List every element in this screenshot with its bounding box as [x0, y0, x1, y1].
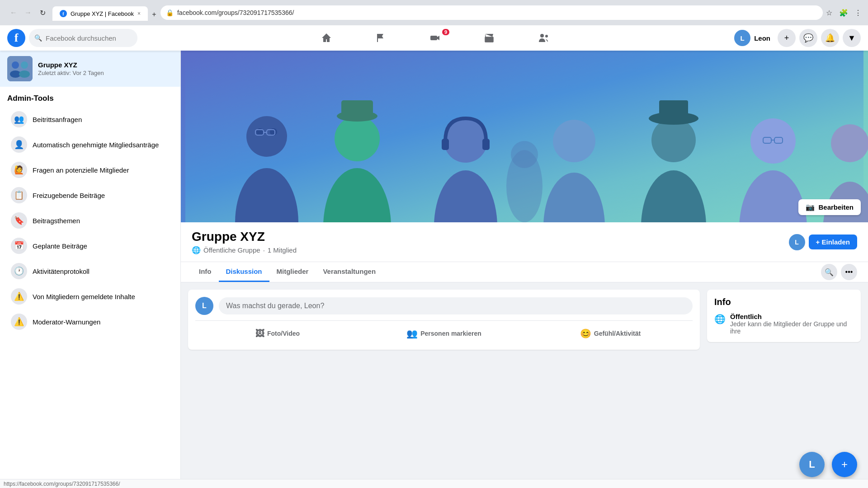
- new-tab-button[interactable]: +: [148, 8, 160, 21]
- join-button[interactable]: + Einladen: [809, 235, 857, 249]
- sidebar-item-beitrittsanfragen[interactable]: 👥 Beitrittsanfragen: [4, 107, 177, 132]
- search-tab-button[interactable]: 🔍: [821, 264, 837, 280]
- svg-point-19: [335, 116, 380, 161]
- post-composer: L Was machst du gerade, Leon? 🖼 Foto/Vid…: [188, 290, 700, 350]
- foto-label: Foto/Video: [267, 330, 300, 337]
- info-box-title: Info: [714, 297, 854, 307]
- user-name: Leon: [754, 34, 770, 42]
- composer-action-personen[interactable]: 👥 Personen markieren: [362, 324, 526, 343]
- composer-input[interactable]: Was machst du gerade, Leon?: [219, 297, 693, 314]
- more-options-icon[interactable]: ⋮: [852, 6, 864, 19]
- notifications-button[interactable]: 🔔: [821, 29, 839, 47]
- sidebar-label-beitragsthemen: Beitragsthemen: [33, 217, 80, 225]
- moderator-icon: ⚠️: [11, 314, 27, 330]
- nav-store[interactable]: [464, 27, 514, 49]
- sidebar-item-geplante[interactable]: 📅 Geplante Beiträge: [4, 233, 177, 258]
- tabs-row: Info Diskussion Mitglieder Veranstaltung…: [181, 262, 868, 282]
- info-item-label: Öffentlich: [730, 313, 854, 320]
- nav-home[interactable]: [301, 27, 352, 49]
- svg-point-38: [831, 124, 868, 162]
- svg-point-27: [553, 120, 595, 162]
- globe-icon: 🌐: [192, 246, 201, 254]
- composer-action-foto[interactable]: 🖼 Foto/Video: [195, 324, 360, 343]
- group-meta: 🌐 Öffentliche Gruppe · 1 Mitglied: [192, 246, 297, 254]
- messenger-button[interactable]: 💬: [799, 29, 817, 47]
- sidebar-item-fragen[interactable]: 🙋 Fragen an potenzielle Mitglieder: [4, 157, 177, 183]
- nav-flag[interactable]: [355, 27, 406, 49]
- active-tab[interactable]: f Gruppe XYZ | Facebook ×: [52, 6, 148, 21]
- member-count: 1 Mitglied: [268, 246, 297, 254]
- status-url: https://facebook.com/groups/732091717535…: [4, 481, 120, 487]
- sidebar-item-gemeldete[interactable]: ⚠️ Von Mitgliedern gemeldete Inhalte: [4, 284, 177, 309]
- fragen-icon: 🙋: [11, 162, 27, 178]
- facebook-logo[interactable]: f: [7, 29, 25, 47]
- sidebar-item-beitragsthemen[interactable]: 🔖 Beitragsthemen: [4, 208, 177, 233]
- group-type: Öffentliche Gruppe: [203, 246, 260, 254]
- sidebar-label-geplante: Geplante Beiträge: [33, 242, 87, 250]
- floating-user-avatar[interactable]: L: [799, 452, 825, 477]
- lock-icon: 🔒: [166, 9, 174, 16]
- sidebar-label-aktivitaeten: Aktivitätenprotokoll: [33, 267, 90, 275]
- camera-icon: 📷: [806, 203, 815, 211]
- browser-tabs: f Gruppe XYZ | Facebook × +: [52, 5, 160, 21]
- search-input[interactable]: [46, 34, 132, 42]
- svg-rect-25: [482, 139, 490, 150]
- extensions-icon[interactable]: 🧩: [837, 6, 850, 19]
- nav-video[interactable]: 9: [410, 27, 460, 49]
- forward-button[interactable]: →: [22, 6, 34, 19]
- browser-controls: ← → ↻: [4, 6, 52, 19]
- right-sidebar: Info 🌐 Öffentlich Jeder kann die Mitglie…: [707, 290, 861, 357]
- composer-top: L Was machst du gerade, Leon?: [195, 297, 693, 315]
- tab-mitglieder[interactable]: Mitglieder: [269, 262, 316, 282]
- sidebar-label-beitrittsanfragen: Beitrittsanfragen: [33, 116, 82, 123]
- svg-rect-24: [442, 139, 449, 150]
- nav-center: 9: [137, 27, 732, 49]
- composer-action-gefuehl[interactable]: 😊 Gefühl/Aktivität: [528, 324, 693, 343]
- svg-point-6: [12, 61, 19, 69]
- more-tab-button[interactable]: •••: [841, 264, 857, 280]
- svg-point-7: [21, 61, 28, 69]
- floating-add-button[interactable]: +: [832, 452, 857, 477]
- group-header-item[interactable]: Gruppe XYZ Zuletzt aktiv: Vor 2 Tagen: [0, 51, 180, 87]
- tab-title: Gruppe XYZ | Facebook: [71, 10, 134, 17]
- gemeldete-icon: ⚠️: [11, 288, 27, 305]
- search-icon: 🔍: [34, 34, 42, 42]
- personen-icon: 👥: [406, 328, 418, 339]
- plus-button[interactable]: +: [778, 29, 796, 47]
- top-nav: f 🔍 9 L Leon + 💬 🔔 ▼: [0, 25, 868, 51]
- edit-cover-button[interactable]: 📷 Bearbeiten: [798, 199, 861, 215]
- sidebar-item-aktivitaeten[interactable]: 🕐 Aktivitätenprotokoll: [4, 258, 177, 284]
- group-title-area: Gruppe XYZ 🌐 Öffentliche Gruppe · 1 Mitg…: [192, 230, 297, 254]
- search-bar[interactable]: 🔍: [29, 29, 137, 47]
- tab-diskussion[interactable]: Diskussion: [219, 262, 269, 282]
- cover-photo: 📷 Bearbeiten: [181, 51, 868, 222]
- svg-point-4: [545, 35, 548, 38]
- sidebar-item-automatisch[interactable]: 👤 Automatisch genehmigte Mitgliedsanträg…: [4, 132, 177, 157]
- tab-veranstaltungen[interactable]: Veranstaltungen: [316, 262, 383, 282]
- group-title: Gruppe XYZ: [192, 230, 297, 244]
- bookmark-icon[interactable]: ☆: [823, 6, 835, 19]
- fb-logo-text: f: [14, 31, 19, 45]
- back-button[interactable]: ←: [7, 6, 20, 19]
- info-item-public: 🌐 Öffentlich Jeder kann die Mitglieder d…: [714, 313, 854, 335]
- aktivitaeten-icon: 🕐: [11, 263, 27, 279]
- browser-actions: ☆ 🧩 ⋮: [823, 6, 864, 19]
- user-menu[interactable]: L Leon: [732, 28, 774, 48]
- url-text: facebook.com/groups/732091717535366/: [177, 9, 294, 16]
- personen-label: Personen markieren: [420, 330, 481, 337]
- sidebar-item-moderator[interactable]: ⚠️ Moderator-Warnungen: [4, 309, 177, 334]
- address-bar[interactable]: 🔒 facebook.com/groups/732091717535366/: [160, 5, 823, 20]
- svg-point-40: [511, 141, 538, 168]
- svg-point-9: [19, 70, 30, 78]
- tab-close-button[interactable]: ×: [137, 10, 141, 17]
- refresh-button[interactable]: ↻: [36, 6, 49, 19]
- group-info-text: Gruppe XYZ Zuletzt aktiv: Vor 2 Tagen: [38, 61, 104, 77]
- svg-rect-5: [7, 56, 33, 81]
- svg-rect-0: [377, 34, 378, 42]
- account-menu-button[interactable]: ▼: [843, 29, 861, 47]
- svg-rect-31: [659, 100, 688, 121]
- sidebar-item-freizugebende[interactable]: 📋 Freizugebende Beiträge: [4, 183, 177, 208]
- tab-info[interactable]: Info: [192, 262, 219, 282]
- nav-people[interactable]: [518, 27, 569, 49]
- member-avatar: L: [789, 234, 805, 250]
